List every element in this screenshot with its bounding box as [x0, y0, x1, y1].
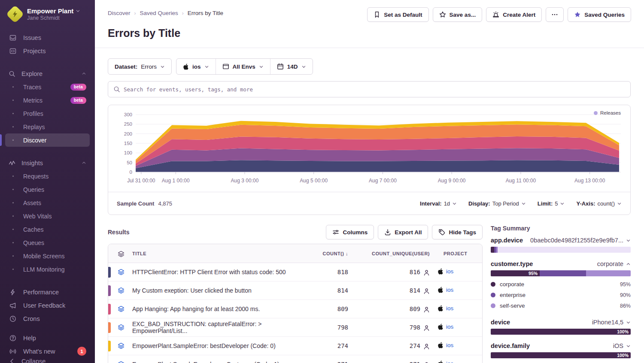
tag-legend: corporate95%enterprise90%self-serve86% [491, 279, 631, 311]
row-count-cell[interactable]: 809 [300, 300, 356, 318]
save-as-button[interactable]: Save as... [433, 7, 483, 22]
column-header-count[interactable]: COUNT() ↓ [300, 244, 356, 263]
tag-distribution-bar[interactable] [491, 247, 631, 253]
create-alert-button[interactable]: Create Alert [486, 7, 542, 22]
layers-icon[interactable] [118, 269, 125, 275]
sidebar-item-llm-monitoring[interactable]: LLM Monitoring [5, 263, 90, 276]
sidebar-item-what-s-new[interactable]: What's new1 [5, 345, 90, 358]
org-switcher[interactable]: Empower Plant Jane Schmidt [5, 6, 90, 23]
chart-legend[interactable]: Releases [594, 110, 621, 115]
row-title-cell[interactable]: EXC_BAD_INSTRUCTION: captureFatalError: … [132, 318, 300, 337]
tag-distribution-bar[interactable]: 100% [491, 329, 631, 335]
sidebar-item-web-vitals[interactable]: Web Vitals [5, 209, 90, 223]
row-title-cell[interactable]: EmpowerPlant.SampleError: bestDeveloper … [132, 337, 300, 355]
tag-legend-row[interactable]: corporate95% [491, 279, 631, 290]
row-count-unique-cell[interactable]: 814 [356, 281, 437, 300]
svg-text:Aug 7 00:00: Aug 7 00:00 [369, 178, 397, 184]
project-link[interactable]: ios [437, 268, 453, 275]
sidebar-item-performance[interactable]: Performance [5, 285, 90, 299]
dataset-selector[interactable]: Dataset: Errors [108, 58, 172, 75]
row-count-unique-cell[interactable]: 816 [356, 263, 437, 281]
date-range-filter[interactable]: 14D [270, 59, 313, 74]
megaphone-icon [9, 302, 17, 309]
sidebar-item-projects[interactable]: Projects [5, 44, 90, 57]
row-count-unique-cell[interactable]: 271 [356, 355, 437, 363]
chevron-down-icon [521, 201, 526, 206]
layers-icon[interactable] [118, 306, 125, 312]
saved-queries-button[interactable]: Saved Queries [568, 7, 631, 22]
layers-icon[interactable] [118, 361, 125, 363]
row-count-cell[interactable]: 271 [300, 355, 356, 363]
breadcrumb-saved-queries[interactable]: Saved Queries [140, 10, 178, 16]
sidebar-item-issues[interactable]: Issues [5, 31, 90, 44]
row-count-cell[interactable]: 798 [300, 318, 356, 337]
sidebar-item-queries[interactable]: Queries [5, 183, 90, 196]
tag-distribution-bar[interactable]: 95% [491, 270, 631, 276]
environment-filter[interactable]: All Envs [216, 59, 270, 74]
export-all-button[interactable]: Export All [378, 225, 428, 239]
sidebar-item-queues[interactable]: Queues [5, 236, 90, 249]
sidebar-item-label: Performance [23, 289, 59, 296]
sidebar-item-caches[interactable]: Caches [5, 223, 90, 236]
layers-icon[interactable] [118, 287, 125, 294]
sidebar-item-replays[interactable]: Replays [5, 120, 90, 133]
tag-header: app.device0baebc0de4982f1255f2e9e9fb7... [491, 237, 631, 244]
chart-control-interval[interactable]: Interval:1d [420, 200, 457, 207]
sidebar-section-header-explore[interactable]: Explore [5, 67, 90, 80]
row-count-unique-cell[interactable]: 809 [356, 300, 437, 318]
sidebar-item-requests[interactable]: Requests [5, 169, 90, 183]
row-count-cell[interactable]: 814 [300, 281, 356, 300]
row-title-cell[interactable]: EmpowerPlant.SampleError: happyCustomer … [132, 355, 300, 363]
hide-tags-button[interactable]: Hide Tags [432, 225, 483, 239]
project-link[interactable]: ios [437, 287, 453, 293]
sidebar-item-help[interactable]: Help [5, 331, 90, 345]
row-count-cell[interactable]: 274 [300, 337, 356, 355]
project-slug: ios [446, 342, 453, 348]
project-link[interactable]: ios [437, 342, 453, 348]
sidebar-section-header-insights[interactable]: Insights [5, 156, 90, 169]
sidebar-item-mobile-screens[interactable]: Mobile Screens [5, 249, 90, 263]
sidebar-collapse-button[interactable]: Collapse [5, 358, 90, 363]
row-title-cell[interactable]: App Hanging: App hanging for at least 20… [132, 300, 300, 318]
tag-distribution-bar[interactable]: 100% [491, 352, 631, 358]
sidebar-item-traces[interactable]: Tracesbeta [5, 80, 90, 94]
breadcrumb-discover[interactable]: Discover [108, 10, 131, 16]
project-link[interactable]: ios [437, 305, 453, 312]
row-count-unique-cell[interactable]: 798 [356, 318, 437, 337]
column-header-title[interactable]: TITLE [132, 244, 300, 263]
row-count-cell[interactable]: 818 [300, 263, 356, 281]
sidebar-item-crons[interactable]: Crons [5, 312, 90, 325]
more-options-button[interactable] [546, 7, 564, 22]
svg-text:150: 150 [124, 141, 132, 146]
issues-icon [9, 34, 17, 41]
tag-top-value[interactable]: iPhone14,5 [592, 319, 631, 326]
chart-control-display[interactable]: Display:Top Period [468, 200, 526, 207]
tag-top-value[interactable]: corporate [597, 260, 631, 267]
apple-icon [437, 324, 444, 330]
chart-control-limit[interactable]: Limit:5 [538, 200, 565, 207]
layers-icon[interactable] [118, 324, 125, 331]
sidebar-item-assets[interactable]: Assets [5, 196, 90, 209]
project-link[interactable]: ios [437, 324, 453, 330]
columns-button[interactable]: Columns [326, 225, 374, 239]
tag-legend-row[interactable]: enterprise90% [491, 290, 631, 300]
project-filter[interactable]: ios [176, 59, 216, 74]
column-header-project[interactable]: PROJECT [437, 244, 482, 263]
row-title-cell[interactable]: HTTPClientError: HTTP Client Error with … [132, 263, 300, 281]
tag-top-value[interactable]: iOS [613, 342, 631, 349]
row-count-unique-cell[interactable]: 274 [356, 337, 437, 355]
search-input[interactable] [124, 86, 625, 93]
sidebar-item-metrics[interactable]: Metricsbeta [5, 94, 90, 107]
sidebar-item-user-feedback[interactable]: User Feedback [5, 299, 90, 312]
tag-top-value[interactable]: 0baebc0de4982f1255f2e9e9fb7... [530, 237, 631, 244]
tag-legend-row[interactable]: self-serve86% [491, 300, 631, 311]
button-label: Export All [395, 229, 422, 236]
project-link[interactable]: ios [437, 360, 453, 363]
row-title-cell[interactable]: My Custom exeption: User clicked the but… [132, 281, 300, 300]
set-as-default-button[interactable]: Set as Default [367, 7, 428, 22]
chart-control-yaxis[interactable]: Y-Axis:count() [576, 200, 622, 207]
layers-icon[interactable] [118, 342, 125, 349]
column-header-count-unique[interactable]: COUNT_UNIQUE(USER) [356, 244, 437, 263]
sidebar-item-discover[interactable]: Discover [5, 133, 90, 147]
sidebar-item-profiles[interactable]: Profiles [5, 107, 90, 120]
